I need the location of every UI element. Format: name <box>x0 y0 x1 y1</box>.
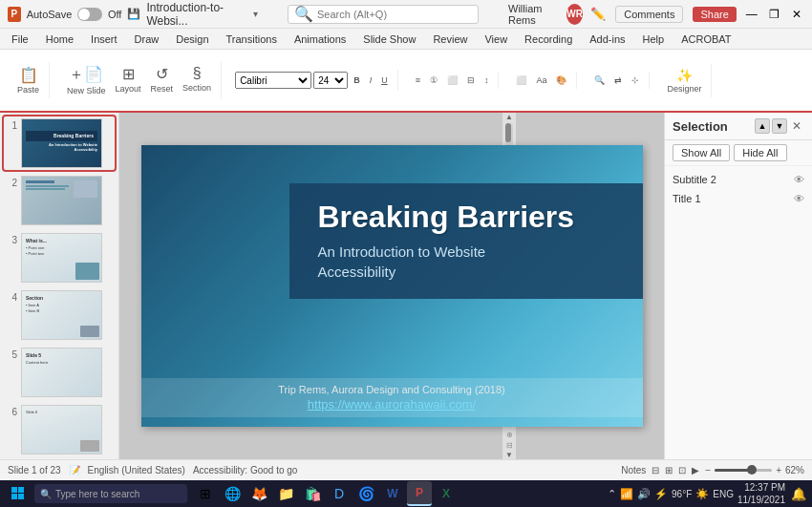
tab-help[interactable]: Help <box>635 32 673 47</box>
svg-rect-3 <box>18 494 24 499</box>
tab-acrobat[interactable]: ACROBAT <box>673 32 738 47</box>
language-indicator[interactable]: ENG <box>713 489 734 499</box>
firefox-button[interactable]: 🦊 <box>246 481 271 506</box>
selection-down-arrow[interactable]: ▼ <box>772 118 787 134</box>
edge-button[interactable]: 🌐 <box>220 481 245 506</box>
italic-button[interactable]: I <box>366 74 376 87</box>
volume-icon[interactable]: 🔊 <box>637 488 651 500</box>
tab-slideshow[interactable]: Slide Show <box>355 32 423 47</box>
chevron-tray-icon[interactable]: ⌃ <box>608 488 616 500</box>
excel-button[interactable]: X <box>434 481 459 506</box>
taskbar-search-bar[interactable]: 🔍 Type here to search <box>34 484 187 503</box>
selection-item-subtitle2[interactable]: Subtitle 2 👁 <box>665 170 812 189</box>
reading-view-icon[interactable]: ⊡ <box>678 465 686 475</box>
reset-button[interactable]: ↺Reset <box>147 63 178 97</box>
zoom-percentage[interactable]: 62% <box>785 465 804 475</box>
replace-button[interactable]: ⇄ <box>610 74 626 87</box>
selection-up-arrow[interactable]: ▲ <box>755 118 770 134</box>
start-button[interactable] <box>4 483 32 504</box>
zoom-minus[interactable]: − <box>705 465 711 475</box>
scroll-down-arrow[interactable]: ▼ <box>505 451 513 459</box>
layout-button[interactable]: ⊞Layout <box>112 63 145 97</box>
notification-button[interactable]: 🔔 <box>789 484 808 503</box>
canvas-area[interactable]: ▲ ⊟ ⊕ ⊟ ▼ Breaking Barriers An Introduct… <box>119 113 664 459</box>
show-all-button[interactable]: Show All <box>673 144 730 161</box>
visibility-icon-1[interactable]: 👁 <box>794 174 804 185</box>
slide-thumb-4[interactable]: 4 Section • Item A • Item B <box>4 288 115 342</box>
zoom-slider[interactable] <box>715 469 772 472</box>
accessibility-status[interactable]: Accessibility: Good to go <box>193 465 298 475</box>
columns-button[interactable]: ⊟ <box>463 74 479 87</box>
scroll-thumb[interactable] <box>505 123 511 142</box>
tab-view[interactable]: View <box>477 32 515 47</box>
slide-thumb-6[interactable]: 6 Slide 6 <box>4 403 115 456</box>
normal-view-icon[interactable]: ⊟ <box>652 465 659 475</box>
visibility-icon-2[interactable]: 👁 <box>794 193 804 204</box>
powerpoint-taskbar-button[interactable]: P <box>407 481 432 506</box>
zoom-plus[interactable]: + <box>776 465 781 475</box>
slide-num-3: 3 <box>6 235 17 245</box>
tab-review[interactable]: Review <box>425 32 475 47</box>
language-info: English (United States) <box>88 465 185 475</box>
chrome-button[interactable]: 🌀 <box>353 481 378 506</box>
minimize-button[interactable]: — <box>744 5 759 24</box>
system-clock[interactable]: 12:37 PM 11/19/2021 <box>737 481 785 506</box>
font-size-select[interactable]: 24 <box>313 72 348 89</box>
tab-draw[interactable]: Draw <box>127 32 167 47</box>
notes-button[interactable]: Notes <box>621 465 646 475</box>
numbering-button[interactable]: ① <box>426 74 441 87</box>
pen-icon[interactable]: ✏️ <box>590 7 606 21</box>
network-icon[interactable]: 📶 <box>620 488 633 500</box>
slide-thumb-3[interactable]: 3 What is... • Point one • Point two <box>4 231 115 285</box>
underline-button[interactable]: U <box>377 74 392 87</box>
hide-all-button[interactable]: Hide All <box>734 144 786 161</box>
tab-file[interactable]: File <box>4 32 36 47</box>
restore-button[interactable]: ❐ <box>767 5 782 24</box>
dreamweaver-button[interactable]: D <box>327 481 352 506</box>
slide-thumb-1[interactable]: 1 Breaking Barriers An Introduction to W… <box>4 116 115 170</box>
scroll-up-arrow[interactable]: ▲ <box>505 113 513 121</box>
comments-button[interactable]: Comments <box>615 6 683 23</box>
designer-button[interactable]: ✨Designer <box>663 66 705 95</box>
slide-thumb-2[interactable]: 2 <box>4 174 115 227</box>
new-slide-button[interactable]: ＋📄New Slide <box>63 63 110 97</box>
store-button[interactable]: 🛍️ <box>300 481 325 506</box>
files-button[interactable]: 📁 <box>273 481 298 506</box>
tab-insert[interactable]: Insert <box>83 32 125 47</box>
share-button[interactable]: Share <box>693 7 736 22</box>
tab-transitions[interactable]: Transitions <box>219 32 285 47</box>
word-button[interactable]: W <box>380 481 405 506</box>
autosave-toggle[interactable] <box>77 8 102 21</box>
search-bar[interactable]: 🔍 <box>288 5 479 24</box>
slide-thumb-5[interactable]: 5 Slide 5 Content here <box>4 346 115 399</box>
selection-close-button[interactable]: ✕ <box>789 118 804 134</box>
slide-sorter-icon[interactable]: ⊞ <box>665 465 673 475</box>
select-button[interactable]: ⊹ <box>628 74 643 87</box>
slide-link[interactable]: https://www.aurorahawaii.com/ <box>147 397 637 412</box>
font-family-select[interactable]: Calibri <box>235 72 311 89</box>
slideshow-icon[interactable]: ▶ <box>692 465 699 475</box>
user-avatar[interactable]: WR <box>566 4 583 25</box>
slide-canvas[interactable]: Breaking Barriers An Introduction to Web… <box>141 145 643 427</box>
taskview-button[interactable]: ⊞ <box>193 481 218 506</box>
section-button[interactable]: §Section <box>179 63 215 97</box>
tab-home[interactable]: Home <box>38 32 81 47</box>
slide-img-1: Breaking Barriers An Introduction to Web… <box>21 118 102 168</box>
search-input[interactable] <box>317 9 472 20</box>
find-button[interactable]: 🔍 <box>590 74 609 87</box>
tab-design[interactable]: Design <box>168 32 216 47</box>
shape-arrange-button[interactable]: ⬜ <box>512 74 530 87</box>
selection-item-title1[interactable]: Title 1 👁 <box>665 189 812 208</box>
align-left-button[interactable]: ⬜ <box>443 74 461 87</box>
status-bar-right: Notes ⊟ ⊞ ⊡ ▶ − + 62% <box>621 465 804 475</box>
tab-animations[interactable]: Animations <box>287 32 353 47</box>
text-direction-button[interactable]: ↕ <box>481 74 493 87</box>
tab-recording[interactable]: Recording <box>517 32 580 47</box>
quick-styles-button[interactable]: Aa <box>532 74 550 87</box>
bullets-button[interactable]: ≡ <box>412 74 424 87</box>
shape-fill-button[interactable]: 🎨 <box>552 74 570 87</box>
bold-button[interactable]: B <box>350 74 364 87</box>
paste-button[interactable]: 📋Paste <box>13 64 43 96</box>
tab-addins[interactable]: Add-ins <box>582 32 632 47</box>
close-button[interactable]: ✕ <box>789 5 804 24</box>
